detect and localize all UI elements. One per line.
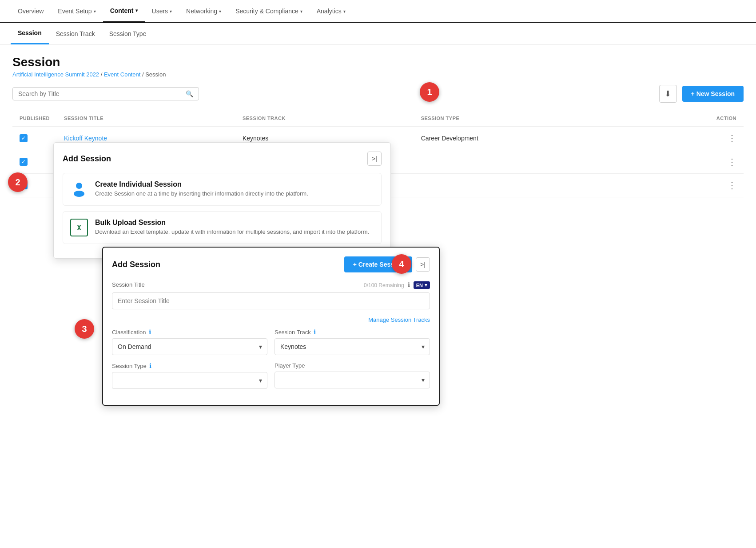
annotation-3: 3 <box>75 319 94 339</box>
nav-users[interactable]: Users ▾ <box>145 0 179 23</box>
nav-event-setup[interactable]: Event Setup ▾ <box>51 0 103 23</box>
session-track-select[interactable]: Keynotes <box>275 338 430 355</box>
chevron-down-icon: ▾ <box>300 9 302 14</box>
breadcrumb: Artificial Intelligence Summit 2022 / Ev… <box>12 71 744 78</box>
checkbox-checked[interactable]: ✓ <box>20 134 28 142</box>
manage-session-tracks-link[interactable]: Manage Session Tracks <box>112 316 430 323</box>
session-type-info-icon: ℹ <box>149 362 151 369</box>
action-menu[interactable]: ⋮ <box>637 174 744 197</box>
page-title: Session <box>12 55 744 69</box>
session-track-select-wrapper: Keynotes <box>275 338 430 355</box>
top-nav: Overview Event Setup ▾ Content ▾ Users ▾… <box>0 0 756 23</box>
chevron-down-icon: ▾ <box>94 9 96 14</box>
session-title-input[interactable] <box>112 292 430 309</box>
title-info-icon: ℹ <box>408 281 410 288</box>
session-title-label: Session Title <box>112 281 145 288</box>
collapse-icon: >| <box>372 155 377 162</box>
chevron-down-icon: ▾ <box>219 9 221 14</box>
nav-analytics[interactable]: Analytics ▾ <box>310 0 353 23</box>
session-track-label: Session Track ℹ <box>275 328 430 336</box>
svg-point-1 <box>74 191 84 197</box>
download-icon: ⬇ <box>664 89 671 99</box>
individual-option-desc: Create Session one at a time by insertin… <box>95 190 308 197</box>
col-published: PUBLISHED <box>12 110 57 127</box>
form-collapse-icon: >| <box>420 261 426 268</box>
action-menu[interactable]: ⋮ <box>637 150 744 174</box>
excel-icon: X <box>70 219 88 236</box>
session-type-select-wrapper <box>112 372 267 389</box>
classification-label: Classification ℹ <box>112 328 267 336</box>
bulk-option-desc: Download an Excel template, update it wi… <box>95 228 369 235</box>
nav-networking[interactable]: Networking ▾ <box>179 0 228 23</box>
bulk-upload-option[interactable]: X Bulk Upload Session Download an Excel … <box>63 211 382 244</box>
form-grid-1: Classification ℹ On Demand Session Track… <box>112 328 430 362</box>
page-wrapper: Overview Event Setup ▾ Content ▾ Users ▾… <box>0 0 756 548</box>
toolbar: 🔍 ⬇ + New Session <box>12 85 744 103</box>
form-header: Add Session + Create Session >| <box>112 256 430 272</box>
download-button[interactable]: ⬇ <box>659 85 677 103</box>
tab-session-type[interactable]: Session Type <box>102 23 154 44</box>
annotation-4: 4 <box>392 254 411 274</box>
search-input[interactable] <box>18 90 186 97</box>
individual-option-title: Create Individual Session <box>95 180 308 188</box>
classification-info-icon: ℹ <box>149 328 151 336</box>
sub-nav: Session Session Track Session Type <box>0 23 756 44</box>
add-session-header: Add Session >| <box>63 152 382 166</box>
published-cell[interactable]: ✓ <box>12 127 57 150</box>
bulk-option-text: Bulk Upload Session Download an Excel te… <box>95 219 369 235</box>
create-individual-option[interactable]: Create Individual Session Create Session… <box>63 173 382 206</box>
nav-overview[interactable]: Overview <box>11 0 51 23</box>
new-session-button[interactable]: + New Session <box>682 86 744 102</box>
col-action: ACTION <box>637 110 744 127</box>
add-session-menu: Add Session >| Create Individual Session… <box>53 142 391 259</box>
session-type-cell: Career Development <box>414 127 637 150</box>
session-type-cell <box>414 150 637 174</box>
remaining-text: 0/100 Remaining <box>364 282 404 288</box>
session-type-label: Session Type ℹ <box>112 362 267 369</box>
player-type-select-wrapper <box>275 372 430 388</box>
person-icon <box>70 180 88 198</box>
annotation-1: 1 <box>420 82 439 102</box>
col-session-title: SESSION TITLE <box>57 110 235 127</box>
nav-security[interactable]: Security & Compliance ▾ <box>228 0 310 23</box>
classification-row: Classification ℹ On Demand <box>112 328 267 355</box>
session-type-select[interactable] <box>112 372 267 389</box>
classification-select[interactable]: On Demand <box>112 338 267 355</box>
lang-badge[interactable]: EN ▾ <box>414 281 430 289</box>
individual-option-text: Create Individual Session Create Session… <box>95 180 308 197</box>
chevron-down-icon: ▾ <box>135 8 138 13</box>
breadcrumb-link-1[interactable]: Artificial Intelligence Summit 2022 <box>12 71 99 78</box>
chevron-down-icon: ▾ <box>343 9 346 14</box>
bulk-option-title: Bulk Upload Session <box>95 219 369 227</box>
form-collapse-button[interactable]: >| <box>416 257 430 272</box>
add-session-form: Add Session + Create Session >| Session … <box>102 247 440 406</box>
breadcrumb-current: Session <box>145 71 166 78</box>
chevron-down-icon: ▾ <box>170 9 172 14</box>
classification-select-wrapper: On Demand <box>112 338 267 355</box>
session-title-row: Session Title 0/100 Remaining ℹ EN ▾ <box>112 281 430 309</box>
session-type-cell <box>414 174 637 197</box>
player-type-select[interactable] <box>275 372 430 388</box>
tab-session[interactable]: Session <box>11 23 49 44</box>
tab-session-track[interactable]: Session Track <box>49 23 102 44</box>
search-box[interactable]: 🔍 <box>12 87 199 100</box>
collapse-button[interactable]: >| <box>367 152 382 166</box>
svg-point-0 <box>76 183 82 189</box>
session-type-row: Session Type ℹ <box>112 362 267 389</box>
col-session-type: SESSION TYPE <box>414 110 637 127</box>
toolbar-right: ⬇ + New Session <box>659 85 744 103</box>
player-type-row: Player Type <box>275 362 430 389</box>
add-session-menu-title: Add Session <box>63 154 111 164</box>
search-icon[interactable]: 🔍 <box>186 90 193 97</box>
col-session-track: SESSION TRACK <box>235 110 414 127</box>
form-grid-2: Session Type ℹ Player Type <box>112 362 430 396</box>
published-cell[interactable]: ✓ <box>12 150 57 174</box>
session-title-link[interactable]: Kickoff Keynote <box>64 135 107 142</box>
session-track-info-icon: ℹ <box>314 328 316 336</box>
player-type-label: Player Type <box>275 362 430 369</box>
nav-content[interactable]: Content ▾ <box>103 0 145 23</box>
session-track-row: Session Track ℹ Keynotes <box>275 328 430 355</box>
breadcrumb-link-2[interactable]: Event Content <box>104 71 140 78</box>
checkbox-checked[interactable]: ✓ <box>20 158 28 166</box>
action-menu[interactable]: ⋮ <box>637 127 744 150</box>
